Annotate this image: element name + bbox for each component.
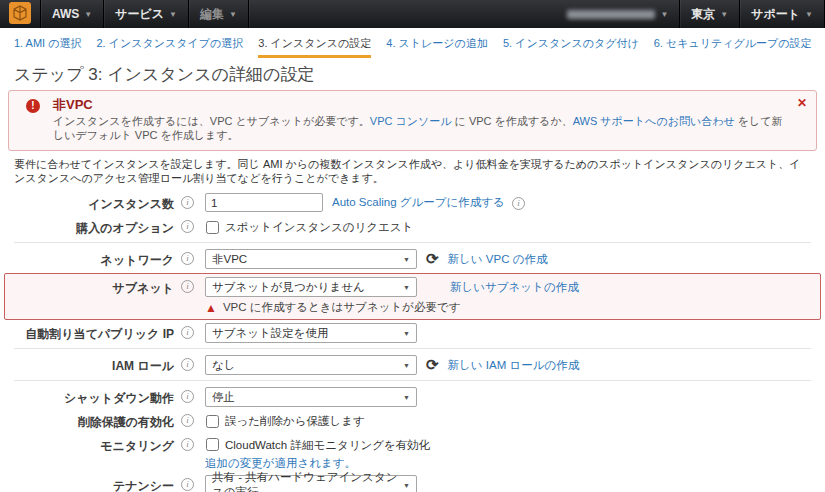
subnet-error-highlight: サブネット i サブネットが見つかりません ▼ 新しいサブネットの作成 ▲ VP… [4, 273, 821, 320]
iam-role-select[interactable]: なし ▼ [205, 355, 417, 375]
create-subnet-link[interactable]: 新しいサブネットの作成 [450, 280, 579, 295]
region-menu-label: 東京 [691, 6, 715, 23]
monitoring-row: モニタリング i CloudWatch 詳細モニタリングを有効化 追加の変更が適… [14, 435, 811, 471]
cloudwatch-monitoring-checkbox[interactable] [206, 438, 219, 451]
monitoring-note-link[interactable]: 追加の変更が適用されます。 [205, 456, 356, 471]
aws-menu-label: AWS [52, 7, 79, 21]
subnet-row: サブネット i サブネットが見つかりません ▼ 新しいサブネットの作成 ▲ VP… [14, 277, 810, 315]
step-2-instance-type[interactable]: 2. インスタンスタイプの選択 [97, 36, 244, 58]
warning-triangle-icon: ▲ [205, 302, 217, 314]
chevron-down-icon: ▼ [229, 10, 237, 19]
refresh-icon[interactable]: ⟳ [426, 356, 439, 374]
info-icon[interactable]: i [181, 196, 194, 209]
chevron-down-icon: ▼ [805, 10, 813, 19]
chevron-down-icon: ▼ [169, 10, 177, 19]
tenancy-label: テナンシー [14, 475, 174, 492]
chevron-down-icon: ▼ [660, 10, 668, 19]
close-icon[interactable]: ✕ [797, 96, 807, 110]
auto-scaling-group-link[interactable]: Auto Scaling グループに作成する [332, 195, 505, 210]
divider [14, 380, 811, 381]
error-icon: ! [26, 99, 40, 113]
aws-menu[interactable]: AWS ▼ [41, 0, 104, 28]
public-ip-select-value: サブネット設定を使用 [212, 326, 329, 341]
info-icon[interactable]: i [181, 280, 194, 293]
step-5-tag-instance[interactable]: 5. インスタンスのタグ付け [503, 36, 639, 58]
refresh-icon[interactable]: ⟳ [426, 250, 439, 268]
info-icon[interactable]: i [181, 438, 194, 451]
info-icon[interactable]: i [181, 478, 194, 491]
divider [14, 242, 811, 243]
no-vpc-error-banner: ! ✕ 非VPC インスタンスを作成するには、VPC とサブネットが必要です。V… [8, 90, 817, 151]
create-vpc-link[interactable]: 新しい VPC の作成 [448, 252, 548, 267]
chevron-down-icon: ▼ [403, 330, 410, 337]
aws-support-link[interactable]: AWS サポートへのお問い合わせ [573, 115, 735, 127]
chevron-down-icon: ▼ [403, 362, 410, 369]
instance-count-label: インスタンス数 [14, 193, 174, 213]
purchase-option-label: 購入のオプション [14, 217, 174, 237]
user-account-menu[interactable]: ▼ [556, 0, 680, 28]
chevron-down-icon: ▼ [403, 482, 410, 489]
info-icon[interactable]: i [181, 220, 194, 233]
chevron-down-icon: ▼ [403, 284, 410, 291]
info-icon[interactable]: i [181, 414, 194, 427]
chevron-down-icon: ▼ [403, 256, 410, 263]
shutdown-behavior-select[interactable]: 停止 ▼ [205, 387, 417, 407]
termination-protection-checkbox-label: 誤った削除から保護します [225, 411, 365, 429]
monitoring-label: モニタリング [14, 435, 174, 455]
info-icon[interactable]: i [181, 390, 194, 403]
page-title: ステップ 3: インスタンスの詳細の設定 [14, 63, 811, 86]
chevron-down-icon: ▼ [84, 10, 92, 19]
error-message: インスタンスを作成するには、VPC とサブネットが必要です。VPC コンソール … [53, 114, 790, 142]
termination-protection-row: 削除保護の有効化 i 誤った削除から保護します [14, 411, 811, 431]
subnet-warning: ▲ VPC に作成するときはサブネットが必要です [205, 300, 461, 315]
network-row: ネットワーク i 非VPC ▼ ⟳ 新しい VPC の作成 [14, 249, 811, 269]
error-text-part1: インスタンスを作成するには、VPC とサブネットが必要です。 [53, 115, 370, 127]
configure-instance-form: インスタンス数 i Auto Scaling グループに作成する i 購入のオプ… [0, 193, 825, 492]
iam-role-label: IAM ロール [14, 355, 174, 375]
cloudwatch-monitoring-checkbox-label: CloudWatch 詳細モニタリングを有効化 [225, 435, 430, 453]
services-menu-label: サービス [115, 6, 164, 23]
network-label: ネットワーク [14, 249, 174, 269]
iam-role-row: IAM ロール i なし ▼ ⟳ 新しい IAM ロールの作成 [14, 355, 811, 375]
info-icon[interactable]: i [181, 252, 194, 265]
shutdown-behavior-label: シャットダウン動作 [14, 387, 174, 407]
vpc-console-link[interactable]: VPC コンソール [370, 115, 452, 127]
public-ip-label: 自動割り当てパブリック IP [14, 323, 174, 343]
step-4-add-storage[interactable]: 4. ストレージの追加 [386, 36, 488, 58]
public-ip-select[interactable]: サブネット設定を使用 ▼ [205, 323, 417, 343]
tenancy-select-value: 共有 - 共有ハードウェアインスタンスの実行 [212, 470, 399, 492]
iam-role-select-value: なし [212, 358, 236, 373]
wizard-steps: 1. AMI の選択 2. インスタンスタイプの選択 3. インスタンスの設定 … [0, 28, 825, 58]
termination-protection-checkbox[interactable] [206, 415, 219, 428]
subnet-label: サブネット [14, 277, 174, 297]
create-iam-role-link[interactable]: 新しい IAM ロールの作成 [448, 358, 580, 373]
support-menu[interactable]: サポート ▼ [740, 0, 825, 28]
network-select[interactable]: 非VPC ▼ [205, 249, 417, 269]
aws-home-button[interactable] [0, 0, 41, 28]
error-text-part2: に VPC を作成するか、 [452, 115, 573, 127]
spot-instance-checkbox[interactable] [206, 221, 219, 234]
step-1-choose-ami[interactable]: 1. AMI の選択 [14, 36, 82, 58]
region-menu[interactable]: 東京 ▼ [680, 0, 740, 28]
subnet-select-value: サブネットが見つかりません [212, 280, 365, 295]
edit-menu[interactable]: 編集 ▼ [189, 0, 249, 28]
aws-cube-logo-icon [9, 2, 31, 27]
instance-count-input[interactable] [205, 193, 323, 212]
subnet-select[interactable]: サブネットが見つかりません ▼ [205, 277, 417, 297]
purchase-option-row: 購入のオプション i スポットインスタンスのリクエスト [14, 217, 811, 237]
error-title: 非VPC [53, 97, 790, 112]
shutdown-behavior-select-value: 停止 [212, 390, 235, 405]
info-icon[interactable]: i [181, 358, 194, 371]
tenancy-select[interactable]: 共有 - 共有ハードウェアインスタンスの実行 ▼ [205, 475, 417, 492]
info-icon[interactable]: i [512, 197, 525, 210]
services-menu[interactable]: サービス ▼ [104, 0, 189, 28]
step-3-configure-instance[interactable]: 3. インスタンスの設定 [258, 36, 371, 58]
top-nav: AWS ▼ サービス ▼ 編集 ▼ ▼ 東京 ▼ サポート ▼ [0, 0, 825, 28]
info-icon[interactable]: i [181, 326, 194, 339]
public-ip-row: 自動割り当てパブリック IP i サブネット設定を使用 ▼ [14, 323, 811, 343]
spot-instance-checkbox-label: スポットインスタンスのリクエスト [225, 217, 413, 235]
support-menu-label: サポート [751, 6, 800, 23]
divider [14, 348, 811, 349]
step-6-security-group[interactable]: 6. セキュリティグループの設定 [654, 36, 812, 58]
edit-menu-label: 編集 [200, 6, 224, 23]
